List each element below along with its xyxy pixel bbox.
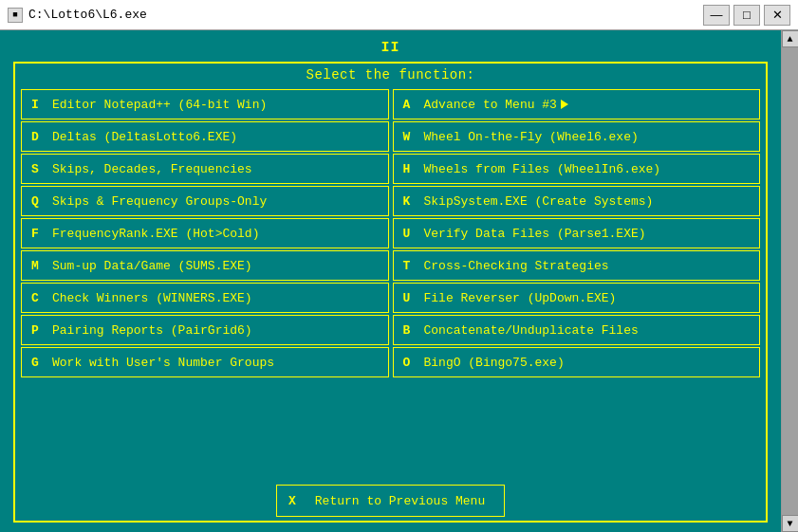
menu-cell-right-7[interactable]: BConcatenate/Unduplicate Files bbox=[393, 315, 761, 345]
title-bar: ■ C:\Lotto6\L6.exe — □ ✕ bbox=[0, 0, 798, 30]
menu-key: S bbox=[22, 162, 48, 176]
menu-key: F bbox=[22, 227, 48, 241]
terminal: II Select the function: IEditor Notepad+… bbox=[0, 30, 781, 532]
menu-key: A bbox=[394, 98, 420, 112]
menu-label: Verify Data Files (Parse1.EXE) bbox=[420, 227, 646, 241]
menu-cell-right-6[interactable]: UFile Reverser (UpDown.EXE) bbox=[393, 283, 761, 313]
menu-cell-right-2[interactable]: HWheels from Files (WheelIn6.exe) bbox=[393, 154, 761, 184]
menu-label: SkipSystem.EXE (Create Systems) bbox=[420, 194, 654, 209]
menu-cell-left-7[interactable]: PPairing Reports (PairGrid6) bbox=[21, 315, 389, 345]
menu-row: GWork with User's Number GroupsOBingO (B… bbox=[21, 347, 760, 377]
scrollbar[interactable]: ▲ ▼ bbox=[781, 30, 798, 532]
menu-key: I bbox=[22, 98, 48, 112]
menu-label: Check Winners (WINNERS.EXE) bbox=[48, 291, 252, 305]
close-button[interactable]: ✕ bbox=[764, 5, 790, 26]
maximize-button[interactable]: □ bbox=[733, 5, 760, 26]
app-icon: ■ bbox=[8, 8, 23, 23]
minimize-button[interactable]: — bbox=[703, 5, 730, 26]
menu-label: Cross-Checking Strategies bbox=[420, 259, 609, 273]
icon-symbol: ■ bbox=[12, 10, 17, 20]
menu-cell-left-5[interactable]: MSum-up Data/Game (SUMS.EXE) bbox=[21, 250, 389, 281]
window-title: C:\Lotto6\L6.exe bbox=[28, 8, 147, 22]
menu-key: M bbox=[22, 259, 48, 273]
scroll-track bbox=[782, 47, 798, 515]
window-content: II Select the function: IEditor Notepad+… bbox=[0, 30, 798, 532]
menu-label: Pairing Reports (PairGrid6) bbox=[48, 323, 252, 338]
menu-key: B bbox=[394, 323, 420, 338]
menu-label: Deltas (DeltasLotto6.EXE) bbox=[48, 130, 237, 144]
menu-cell-right-4[interactable]: UVerify Data Files (Parse1.EXE) bbox=[393, 218, 761, 248]
menu-key: W bbox=[394, 130, 420, 144]
menu-cell-right-5[interactable]: TCross-Checking Strategies bbox=[393, 250, 761, 281]
menu-label: Concatenate/Unduplicate Files bbox=[420, 323, 639, 338]
menu-cell-left-8[interactable]: GWork with User's Number Groups bbox=[21, 347, 389, 377]
menu-cell-left-3[interactable]: QSkips & Frequency Groups-Only bbox=[21, 186, 389, 216]
scroll-up-arrow[interactable]: ▲ bbox=[782, 30, 799, 47]
menu-label: Advance to Menu #3 bbox=[420, 98, 568, 112]
menu-cell-right-3[interactable]: KSkipSystem.EXE (Create Systems) bbox=[393, 186, 761, 216]
menu-label: FrequencyRank.EXE (Hot>Cold) bbox=[48, 227, 259, 241]
menu-number: II bbox=[13, 40, 768, 56]
menu-label: File Reverser (UpDown.EXE) bbox=[420, 291, 617, 305]
menu-key: T bbox=[394, 259, 420, 273]
menu-key: H bbox=[394, 162, 420, 176]
menu-cell-right-0[interactable]: AAdvance to Menu #3 bbox=[393, 89, 761, 119]
arrow-right-icon bbox=[561, 100, 568, 109]
menu-key: O bbox=[394, 356, 420, 370]
menu-key: P bbox=[22, 323, 48, 338]
menu-cell-left-1[interactable]: DDeltas (DeltasLotto6.EXE) bbox=[21, 121, 389, 152]
menu-label: Wheels from Files (WheelIn6.exe) bbox=[420, 162, 661, 176]
menu-key: U bbox=[394, 291, 420, 305]
menu-key: K bbox=[394, 194, 420, 209]
menu-cell-left-6[interactable]: CCheck Winners (WINNERS.EXE) bbox=[21, 283, 389, 313]
menu-key: D bbox=[22, 130, 48, 144]
menu-label: Editor Notepad++ (64-bit Win) bbox=[48, 98, 267, 112]
window-controls: — □ ✕ bbox=[703, 5, 790, 26]
menu-grid: IEditor Notepad++ (64-bit Win)AAdvance t… bbox=[21, 89, 760, 478]
menu-row: PPairing Reports (PairGrid6)BConcatenate… bbox=[21, 315, 760, 345]
title-bar-left: ■ C:\Lotto6\L6.exe bbox=[8, 8, 147, 23]
menu-key: U bbox=[394, 227, 420, 241]
menu-label: BingO (Bingo75.exe) bbox=[420, 356, 565, 370]
menu-cell-right-1[interactable]: WWheel On-the-Fly (Wheel6.exe) bbox=[393, 121, 761, 152]
menu-key: Q bbox=[22, 194, 48, 209]
return-label: Return to Previous Menu bbox=[307, 494, 504, 508]
bottom-bar: X Return to Previous Menu bbox=[21, 485, 760, 517]
return-cell[interactable]: X Return to Previous Menu bbox=[276, 485, 505, 517]
return-key: X bbox=[277, 494, 307, 508]
menu-row: IEditor Notepad++ (64-bit Win)AAdvance t… bbox=[21, 89, 760, 119]
menu-row: QSkips & Frequency Groups-OnlyKSkipSyste… bbox=[21, 186, 760, 216]
menu-row: FFrequencyRank.EXE (Hot>Cold)UVerify Dat… bbox=[21, 218, 760, 248]
menu-row: MSum-up Data/Game (SUMS.EXE)TCross-Check… bbox=[21, 250, 760, 281]
menu-label: Skips & Frequency Groups-Only bbox=[48, 194, 267, 209]
menu-label: Wheel On-the-Fly (Wheel6.exe) bbox=[420, 130, 639, 144]
menu-cell-left-2[interactable]: SSkips, Decades, Frequencies bbox=[21, 154, 389, 184]
menu-label: Work with User's Number Groups bbox=[48, 356, 274, 370]
menu-row: SSkips, Decades, FrequenciesHWheels from… bbox=[21, 154, 760, 184]
menu-label: Skips, Decades, Frequencies bbox=[48, 162, 252, 176]
scroll-down-arrow[interactable]: ▼ bbox=[782, 515, 799, 532]
menu-label: Sum-up Data/Game (SUMS.EXE) bbox=[48, 259, 252, 273]
menu-key: G bbox=[22, 356, 48, 370]
menu-box: Select the function: IEditor Notepad++ (… bbox=[13, 62, 768, 523]
menu-cell-left-4[interactable]: FFrequencyRank.EXE (Hot>Cold) bbox=[21, 218, 389, 248]
menu-cell-right-8[interactable]: OBingO (Bingo75.exe) bbox=[393, 347, 761, 377]
select-label: Select the function: bbox=[21, 67, 760, 83]
menu-cell-left-0[interactable]: IEditor Notepad++ (64-bit Win) bbox=[21, 89, 389, 119]
menu-row: DDeltas (DeltasLotto6.EXE)WWheel On-the-… bbox=[21, 121, 760, 152]
menu-row: CCheck Winners (WINNERS.EXE)UFile Revers… bbox=[21, 283, 760, 313]
menu-key: C bbox=[22, 291, 48, 305]
